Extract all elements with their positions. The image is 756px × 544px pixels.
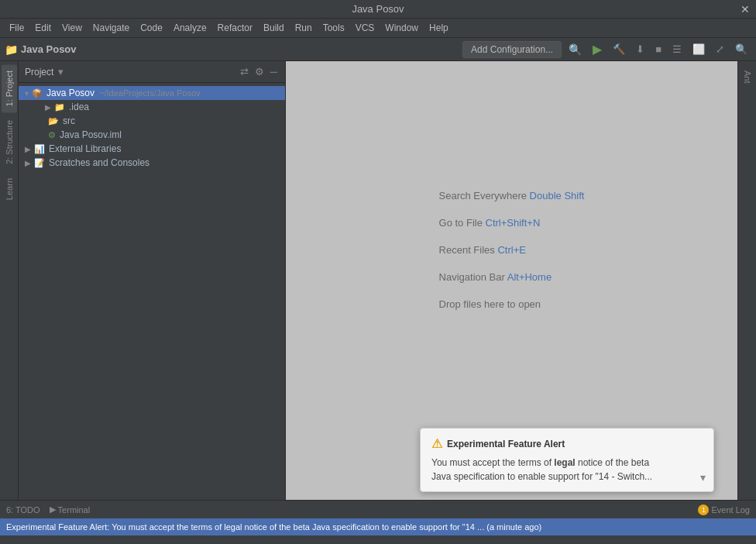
project-dropdown-icon[interactable]: ▾ — [57, 64, 65, 79]
hint-shortcut-2: Ctrl+E — [497, 244, 525, 256]
terminal-tab-label: Terminal — [58, 505, 91, 515]
alert-line1-post: notice of the beta — [576, 457, 649, 468]
project-panel-title: Project ▾ — [25, 64, 235, 79]
window-title: Java Posov — [352, 3, 404, 15]
menu-analyze[interactable]: Analyze — [169, 20, 211, 36]
tree-label-scratches: Scratches and Consoles — [49, 157, 149, 168]
right-sidebar: Ant — [737, 61, 756, 500]
project-panel-header: Project ▾ ⇄ ⚙ ─ — [19, 61, 285, 83]
project-panel: Project ▾ ⇄ ⚙ ─ ▾ 📦 Java Posov ~/IdeaPro… — [19, 61, 286, 500]
sidebar-tab-ant[interactable]: Ant — [740, 64, 755, 90]
sidebar-tab-structure[interactable]: 2: Structure — [2, 114, 17, 170]
menu-code[interactable]: Code — [136, 20, 167, 36]
hint-drop: Drop files here to open — [439, 298, 585, 310]
scratches-icon: 📝 — [34, 158, 45, 168]
hint-text-3: Navigation Bar — [439, 271, 507, 283]
editor-hints: Search Everywhere Double Shift Go to Fil… — [439, 190, 585, 310]
menu-view[interactable]: View — [57, 20, 87, 36]
alert-title-text: Experimental Feature Alert — [447, 439, 565, 449]
hint-text-0: Search Everywhere — [439, 190, 530, 201]
todo-tab-label: 6: TODO — [6, 505, 40, 515]
tree-item-idea[interactable]: ▶ 📁 .idea — [19, 100, 285, 114]
terminal-tab-icon: ▶ — [50, 504, 56, 515]
expand-arrow-scratches: ▶ — [25, 159, 31, 167]
expand-arrow-ext-libs: ▶ — [25, 145, 31, 153]
stop-button[interactable]: ■ — [651, 42, 665, 57]
alert-line2: Java specification to enable support for… — [431, 471, 652, 482]
hint-recent: Recent Files Ctrl+E — [439, 244, 585, 256]
expand-arrow-idea: ▶ — [45, 103, 51, 112]
tree-item-root[interactable]: ▾ 📦 Java Posov ~/IdeaProjects/Java Posov — [19, 86, 285, 100]
alert-chevron[interactable]: ▾ — [700, 471, 706, 484]
settings-button[interactable]: 🔍 — [731, 42, 751, 57]
project-title-text: Project — [25, 67, 53, 77]
search-everywhere-icon[interactable]: 🔍 — [565, 42, 586, 57]
alert-title: ⚠ Experimental Feature Alert — [431, 436, 703, 451]
tree-item-ext-libs[interactable]: ▶ 📊 External Libraries — [19, 142, 285, 156]
menu-vcs[interactable]: VCS — [351, 20, 380, 36]
menu-tools[interactable]: Tools — [318, 20, 349, 36]
hint-shortcut-1: Ctrl+Shift+N — [486, 217, 541, 229]
hint-text-2: Recent Files — [439, 244, 498, 256]
alert-popup: ⚠ Experimental Feature Alert You must ac… — [420, 428, 714, 492]
hint-shortcut-0: Double Shift — [530, 190, 585, 201]
profile-button[interactable]: ⬜ — [689, 42, 709, 57]
sidebar-tab-project[interactable]: 1: Project — [2, 64, 17, 112]
alert-line1-pre: You must accept the terms of — [431, 457, 554, 468]
menu-build[interactable]: Build — [259, 20, 289, 36]
project-gear-icon[interactable]: ⚙ — [253, 64, 266, 79]
event-log-label: Event Log — [711, 505, 750, 515]
update-button[interactable]: ⬇ — [632, 42, 648, 57]
tree-label-src: src — [63, 115, 75, 126]
left-sidebar-tabs: 1: Project 2: Structure Learn — [0, 61, 19, 500]
tree-item-src[interactable]: 📂 src — [19, 114, 285, 128]
hint-search: Search Everywhere Double Shift — [439, 190, 585, 201]
tree-label-ext-libs: External Libraries — [49, 143, 121, 154]
event-log-badge: 1 — [698, 504, 709, 515]
event-log-button[interactable]: 1 Event Log — [698, 504, 750, 515]
menu-edit[interactable]: Edit — [30, 20, 56, 36]
tree-path-root: ~/IdeaProjects/Java Posov — [99, 88, 201, 98]
file-tree: ▾ 📦 Java Posov ~/IdeaProjects/Java Posov… — [19, 83, 285, 500]
project-sync-icon[interactable]: ⇄ — [239, 64, 250, 79]
hint-text-1: Go to File — [439, 217, 486, 229]
alert-line1-legal: legal — [554, 457, 575, 468]
build-button[interactable]: 🔨 — [609, 42, 629, 57]
terminal-tab[interactable]: ▶ Terminal — [50, 504, 91, 515]
iml-icon: ⚙ — [48, 130, 56, 140]
tree-label-idea: .idea — [69, 102, 89, 112]
toolbar-folder-icon: 📁 — [5, 43, 18, 56]
menu-navigate[interactable]: Navigate — [88, 20, 134, 36]
editor-area[interactable]: Search Everywhere Double Shift Go to Fil… — [286, 61, 737, 500]
alert-warning-icon: ⚠ — [431, 436, 442, 451]
right-tab-ant-label: Ant — [743, 71, 752, 84]
main-layout: 1: Project 2: Structure Learn Project ▾ … — [0, 61, 756, 500]
menu-window[interactable]: Window — [380, 20, 423, 36]
bottom-bar: 6: TODO ▶ Terminal 1 Event Log — [0, 500, 756, 518]
toolbar-project-label: 📁 Java Posov — [5, 43, 77, 56]
add-configuration-button[interactable]: Add Configuration... — [462, 41, 562, 58]
toolbar-project-name: Java Posov — [21, 43, 77, 55]
menu-help[interactable]: Help — [424, 20, 453, 36]
close-button[interactable]: ✕ — [741, 3, 750, 15]
run-button[interactable]: ▶ — [589, 40, 606, 58]
expand-button[interactable]: ⤢ — [712, 42, 728, 57]
folder-icon-idea: 📁 — [54, 102, 65, 112]
status-text: Experimental Feature Alert: You must acc… — [6, 522, 541, 532]
toolbar: 📁 Java Posov Add Configuration... 🔍 ▶ 🔨 … — [0, 38, 756, 61]
project-minimize-icon[interactable]: ─ — [269, 64, 279, 79]
todo-tab[interactable]: 6: TODO — [6, 505, 40, 515]
menu-run[interactable]: Run — [290, 20, 317, 36]
tree-item-iml[interactable]: ⚙ Java Posov.iml — [19, 128, 285, 142]
tree-item-scratches[interactable]: ▶ 📝 Scratches and Consoles — [19, 156, 285, 170]
hint-navbar: Navigation Bar Alt+Home — [439, 271, 585, 283]
menu-bar: File Edit View Navigate Code Analyze Ref… — [0, 19, 756, 38]
menu-refactor[interactable]: Refactor — [213, 20, 257, 36]
sidebar-tab-learn[interactable]: Learn — [2, 172, 17, 206]
folder-icon-src: 📂 — [48, 116, 59, 126]
menu-file[interactable]: File — [5, 20, 29, 36]
coverage-button[interactable]: ☰ — [668, 42, 686, 57]
tree-label-root: Java Posov — [46, 88, 94, 98]
hint-goto: Go to File Ctrl+Shift+N — [439, 217, 585, 229]
hint-text-4: Drop files here to open — [439, 298, 541, 310]
